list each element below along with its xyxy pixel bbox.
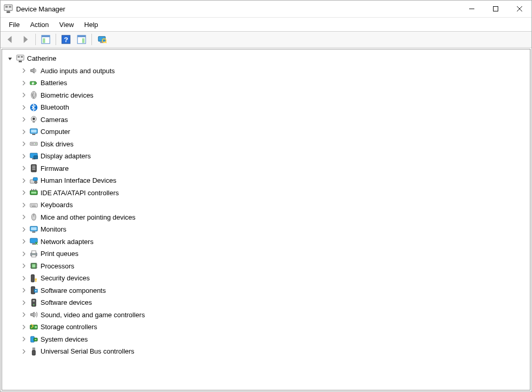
menu-help[interactable]: Help (79, 18, 103, 31)
menu-file[interactable]: File (4, 18, 25, 31)
tree-item-swdev[interactable]: Software devices (4, 296, 528, 309)
tree-item-firmware[interactable]: Firmware (4, 163, 528, 175)
chevron-right-icon[interactable] (20, 103, 28, 112)
chevron-right-icon[interactable] (20, 347, 28, 356)
keyboards-icon (29, 200, 38, 210)
tree-item-system[interactable]: System devices (4, 333, 528, 346)
tree-item-label: Keyboards (41, 201, 73, 209)
svg-rect-42 (32, 167, 35, 168)
tree-item-processors[interactable]: Processors (4, 260, 528, 273)
tree-item-biometric[interactable]: Biometric devices (4, 89, 528, 102)
back-button[interactable] (3, 33, 17, 46)
svg-rect-60 (32, 232, 35, 233)
svg-rect-62 (32, 244, 35, 245)
svg-rect-5 (494, 7, 498, 11)
chevron-right-icon[interactable] (20, 323, 28, 331)
tree-item-label: Sound, video and game controllers (41, 311, 145, 319)
forward-button[interactable] (18, 33, 33, 46)
action-panel-button[interactable] (74, 33, 89, 46)
svg-rect-65 (32, 255, 36, 257)
ide-icon (29, 188, 38, 197)
monitors-icon (29, 225, 38, 234)
tree-item-usb[interactable]: Universal Serial Bus controllers (4, 345, 528, 358)
svg-rect-15 (82, 38, 85, 43)
chevron-right-icon[interactable] (20, 115, 28, 124)
chevron-right-icon[interactable] (20, 299, 28, 307)
tree-item-computer[interactable]: Computer (4, 126, 528, 138)
chevron-right-icon[interactable] (20, 213, 28, 221)
chevron-right-icon[interactable] (20, 237, 28, 246)
menu-action[interactable]: Action (25, 18, 54, 31)
minimize-button[interactable] (460, 1, 484, 17)
tree-item-swcomp[interactable]: Software components (4, 285, 528, 297)
tree-item-label: Computer (41, 128, 70, 136)
print-icon (29, 249, 38, 259)
chevron-right-icon[interactable] (20, 128, 28, 136)
tree-item-ide[interactable]: IDE ATA/ATAPI controllers (4, 187, 528, 199)
tree-item-mice[interactable]: Mice and other pointing devices (4, 211, 528, 224)
system-icon (29, 334, 38, 344)
svg-rect-23 (19, 61, 22, 62)
tree-item-label: Processors (41, 262, 74, 270)
chevron-down-icon[interactable] (6, 55, 15, 63)
chevron-right-icon[interactable] (20, 152, 28, 160)
chevron-right-icon[interactable] (20, 310, 28, 319)
scan-hardware-button[interactable] (95, 33, 109, 46)
tree-item-hid[interactable]: Human Interface Devices (4, 174, 528, 187)
network-icon (29, 237, 38, 246)
tree-item-storage[interactable]: Storage controllers (4, 321, 528, 333)
chevron-right-icon[interactable] (20, 66, 28, 75)
svg-rect-49 (31, 189, 32, 191)
svg-rect-10 (43, 38, 45, 43)
svg-text:?: ? (64, 36, 68, 44)
chevron-right-icon[interactable] (20, 188, 28, 197)
svg-rect-21 (18, 56, 20, 58)
tree-item-bluetooth[interactable]: Bluetooth (4, 101, 528, 114)
svg-rect-89 (32, 350, 35, 355)
show-hide-console-tree-button[interactable] (38, 33, 53, 46)
maximize-button[interactable] (484, 1, 508, 17)
chevron-right-icon[interactable] (20, 91, 28, 99)
chevron-right-icon[interactable] (20, 177, 28, 185)
device-tree-panel[interactable]: CatherineAudio inputs and outputsBatteri… (2, 49, 530, 390)
tree-item-label: Bluetooth (41, 103, 69, 111)
chevron-right-icon[interactable] (20, 286, 28, 294)
toolbar-separator (91, 34, 92, 45)
close-button[interactable] (508, 1, 531, 17)
chevron-right-icon[interactable] (20, 250, 28, 258)
chevron-right-icon[interactable] (20, 201, 28, 209)
chevron-right-icon[interactable] (20, 140, 28, 148)
chevron-right-icon[interactable] (20, 335, 28, 343)
tree-item-keyboards[interactable]: Keyboards (4, 199, 528, 211)
svg-rect-79 (35, 290, 36, 291)
svg-rect-25 (36, 83, 37, 84)
tree-item-security[interactable]: Security devices (4, 272, 528, 285)
tree-item-display[interactable]: Display adapters (4, 150, 528, 163)
tree-item-batteries[interactable]: Batteries (4, 77, 528, 89)
chevron-right-icon[interactable] (20, 274, 28, 282)
svg-rect-64 (32, 251, 36, 253)
tree-item-network[interactable]: Network adapters (4, 236, 528, 248)
tree-item-monitors[interactable]: Monitors (4, 223, 528, 236)
svg-rect-59 (31, 227, 37, 230)
processors-icon (29, 261, 38, 271)
chevron-right-icon[interactable] (20, 79, 28, 87)
tree-item-cameras[interactable]: Cameras (4, 114, 528, 126)
chevron-right-icon[interactable] (20, 262, 28, 270)
svg-rect-84 (35, 326, 37, 328)
chevron-right-icon[interactable] (20, 164, 28, 172)
tree-item-label: System devices (41, 335, 88, 343)
tree-item-print[interactable]: Print queues (4, 248, 528, 260)
menu-view[interactable]: View (54, 18, 79, 31)
tree-item-label: Network adapters (41, 238, 94, 246)
chevron-right-icon[interactable] (20, 225, 28, 234)
svg-rect-22 (21, 56, 23, 58)
app-icon (4, 4, 13, 13)
tree-item-audio[interactable]: Audio inputs and outputs (4, 65, 528, 77)
help-button[interactable]: ? (59, 33, 73, 46)
storage-icon (29, 322, 38, 332)
cameras-icon (29, 115, 38, 124)
tree-root-node[interactable]: Catherine (4, 52, 528, 65)
tree-item-disk[interactable]: Disk drives (4, 138, 528, 151)
tree-item-sound[interactable]: Sound, video and game controllers (4, 309, 528, 321)
